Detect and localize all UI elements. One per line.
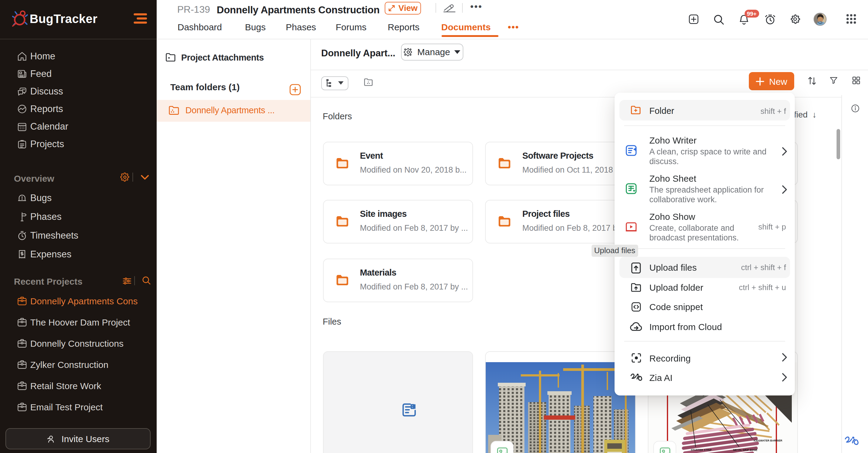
svg-text:STARTER STRIP: STARTER STRIP — [690, 448, 711, 451]
svg-text:METAL DRIP EDGE: METAL DRIP EDGE — [733, 448, 757, 451]
svg-text:ICE&WATER BARRIER: ICE&WATER BARRIER — [753, 439, 782, 442]
